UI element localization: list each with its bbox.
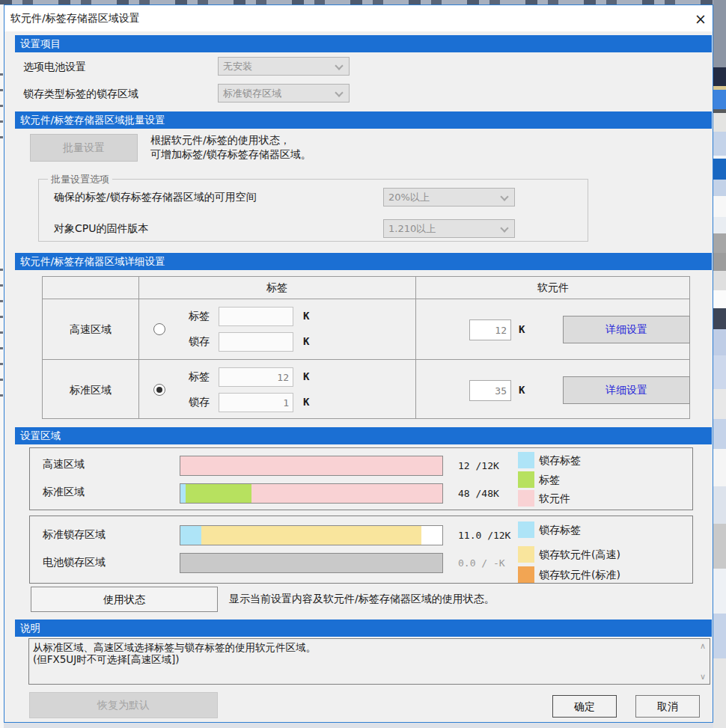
standard-latch-area-value: 11.0 /12K (458, 530, 510, 541)
standard-latch-field[interactable] (219, 393, 293, 412)
note-line2: (但FX5UJ时不可选择[高速区域]) (33, 653, 180, 667)
latch-area-value: 标准锁存区域 (223, 88, 281, 99)
highspeed-label-field[interactable] (219, 307, 293, 326)
area-group-label: 高速区域 12 /12K 标准区域 48 /48K 锁存标签 标签 软元件 (29, 447, 693, 510)
standard-device-field[interactable] (469, 380, 511, 401)
background-window-edge (713, 0, 726, 728)
section-header-detail-setting: 软元件/标签存储器区域详细设置 (15, 253, 712, 270)
firmware-label: 对象CPU的固件版本 (54, 222, 148, 236)
battery-setting-value: 无安装 (223, 61, 252, 72)
battery-latch-area-value: 0.0 / -K (458, 557, 505, 569)
standard-area-bar (180, 483, 443, 504)
standard-area-label: 标准区域 (43, 486, 85, 499)
section-header-setting-area: 设置区域 (15, 427, 712, 444)
scroll-up-icon[interactable]: ∧ (700, 641, 706, 651)
section-header-batch-setting: 软元件/标签存储器区域批量设置 (15, 111, 712, 129)
chevron-down-icon (335, 63, 343, 70)
device-label-memory-dialog: 软元件/标签存储器区域设置 × 设置项目 选项电池设置 无安装 锁存类型标签的锁… (4, 4, 713, 723)
firmware-dropdown: 1.210以上 (383, 219, 515, 238)
table-row-name-highspeed: 高速区域 (43, 323, 138, 337)
battery-setting-label: 选项电池设置 (23, 61, 86, 74)
column-header-label: 标签 (138, 277, 415, 299)
chevron-down-icon (335, 90, 343, 97)
legend-swatch-latch-label (518, 452, 534, 468)
latch-caption: 锁存 (189, 335, 210, 349)
free-space-dropdown: 20%以上 (383, 188, 515, 207)
latch-caption: 锁存 (189, 396, 210, 409)
section-header-note: 说明 (15, 620, 712, 637)
legend-device: 软元件 (539, 492, 570, 506)
note-box: 从标准区域、高速区域选择标签与锁存标签的使用软元件区域。 (但FX5UJ时不可选… (28, 638, 710, 685)
batch-options-title: 批量设置选项 (48, 173, 112, 186)
highspeed-latch-field[interactable] (219, 332, 293, 352)
unit-k: K (519, 323, 525, 335)
legend-label: 标签 (539, 474, 560, 487)
label-caption: 标签 (189, 310, 210, 323)
dialog-title: 软元件/标签存储器区域设置 (10, 12, 140, 25)
ok-button[interactable]: 确定 (552, 695, 617, 718)
batch-setting-button: 批量设置 (30, 134, 138, 162)
chevron-down-icon (501, 225, 508, 233)
highspeed-area-label: 高速区域 (43, 458, 85, 471)
scroll-down-icon[interactable]: ∨ (700, 672, 706, 682)
legend-latch-device-high: 锁存软元件(高速) (539, 548, 620, 562)
highspeed-area-bar (180, 456, 443, 476)
section-header-setting-items: 设置项目 (15, 35, 712, 52)
free-space-label: 确保的标签/锁存标签存储器区域的可用空间 (54, 191, 257, 204)
latch-area-label: 锁存类型标签的锁存区域 (23, 88, 138, 101)
cancel-button[interactable]: 取消 (635, 695, 700, 718)
area-group-latch: 标准锁存区域 11.0 /12K 电池锁存区域 0.0 / -K 锁存标签 锁存… (29, 516, 693, 584)
highspeed-area-value: 12 /12K (458, 460, 499, 471)
usage-status-button[interactable]: 使用状态 (31, 587, 218, 612)
close-icon[interactable]: × (690, 8, 711, 29)
restore-default-button: 恢复为默认 (29, 692, 218, 718)
standard-label-field[interactable] (219, 367, 293, 387)
standard-latch-area-bar (180, 525, 443, 545)
standard-area-value: 48 /48K (458, 488, 499, 499)
column-header-device: 软元件 (415, 277, 691, 299)
chevron-down-icon (501, 194, 508, 201)
legend-swatch-latch-device-high (518, 546, 534, 563)
firmware-value: 1.210以上 (388, 223, 436, 234)
standard-detail-button[interactable]: 详细设置 (563, 376, 690, 404)
legend-latch-device-std: 锁存软元件(标准) (539, 569, 620, 582)
detail-setting-table: 标签 软元件 高速区域 标签 K 锁存 K K 详细设置 标准区域 标签 K 锁… (42, 276, 690, 419)
latch-area-dropdown: 标准锁存区域 (218, 84, 350, 103)
label-caption: 标签 (189, 370, 210, 384)
battery-setting-dropdown: 无安装 (218, 57, 350, 76)
batch-options-groupbox: 批量设置选项 确保的标签/锁存标签存储器区域的可用空间 20%以上 对象CPU的… (38, 179, 588, 242)
table-row-name-standard: 标准区域 (43, 384, 138, 397)
battery-latch-area-label: 电池锁存区域 (43, 556, 106, 569)
legend-swatch-latch-label-2 (518, 521, 534, 538)
unit-k: K (519, 384, 525, 396)
unit-k: K (303, 335, 309, 347)
legend-swatch-label (518, 471, 534, 488)
unit-k: K (303, 310, 309, 322)
batch-desc-line1: 根据软元件/标签的使用状态， (150, 133, 290, 147)
batch-desc-line2: 可增加标签/锁存标签存储器区域。 (150, 147, 311, 162)
usage-status-desc: 显示当前设置内容及软元件/标签存储器区域的使用状态。 (229, 593, 495, 606)
unit-k: K (303, 396, 309, 408)
legend-swatch-latch-device-std (518, 566, 534, 583)
legend-latch-label: 锁存标签 (539, 454, 581, 468)
standard-radio[interactable] (153, 384, 165, 396)
highspeed-device-field[interactable] (469, 319, 511, 340)
dialog-titlebar: 软元件/标签存储器区域设置 × (4, 5, 713, 31)
battery-latch-area-bar (180, 553, 443, 573)
highspeed-radio[interactable] (153, 323, 165, 335)
free-space-value: 20%以上 (388, 192, 430, 203)
unit-k: K (303, 370, 309, 382)
legend-latch-label-2: 锁存标签 (539, 524, 581, 537)
standard-latch-area-label: 标准锁存区域 (43, 528, 106, 542)
legend-swatch-device (518, 490, 534, 507)
highspeed-detail-button[interactable]: 详细设置 (563, 316, 690, 343)
